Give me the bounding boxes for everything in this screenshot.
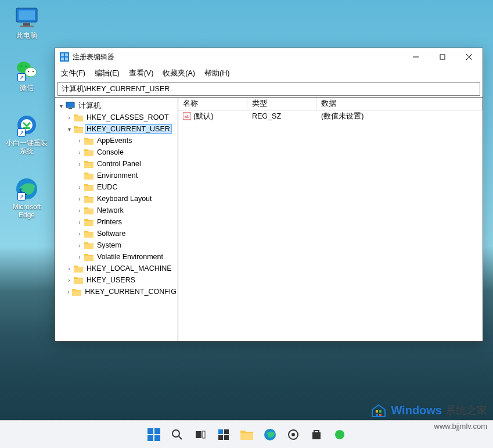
col-name[interactable]: 名称 [178,98,247,110]
tree-node-hkey_classes_root[interactable]: ›HKEY_CLASSES_ROOT [57,112,178,123]
tree-node-console[interactable]: ›Console [57,146,178,158]
tree-twisty-icon[interactable]: › [66,266,73,272]
file-explorer-button[interactable] [235,423,258,446]
list-header: 名称 类型 数据 [178,98,483,110]
svg-rect-31 [84,186,93,191]
desktop-icon-label: 微信 [20,84,34,92]
tree-node-label: HKEY_LOCAL_MACHINE [85,264,173,273]
taskbar[interactable] [0,420,493,448]
tree-node-environment[interactable]: Environment [57,170,178,181]
menu-edit[interactable]: 编辑(E) [95,69,120,78]
titlebar[interactable]: 注册表编辑器 [55,48,483,66]
tree-node-software[interactable]: ›Software [57,228,178,239]
desktop-icon-this-pc[interactable]: 此电脑 [5,6,49,40]
desktop-icon-label: 小白一键重装系统 [5,139,49,156]
widgets-button[interactable] [212,423,235,446]
desktop-icon-edge[interactable]: ↗Microsoft Edge [5,177,49,220]
value-list[interactable]: 名称 类型 数据 ab(默认)REG_SZ(数值未设置) [178,98,483,341]
tree-twisty-icon[interactable]: › [76,254,83,260]
task-view-button[interactable] [189,423,212,446]
watermark-url: www.bjjmlv.com [434,422,488,431]
tree-node-label: Control Panel [96,160,142,168]
svg-rect-39 [74,279,83,284]
registry-tree[interactable]: ▾计算机›HKEY_CLASSES_ROOT▾HKEY_CURRENT_USER… [55,98,178,341]
svg-rect-49 [196,431,201,438]
wechat-taskbar-button[interactable] [328,423,351,446]
tree-root-computer[interactable]: ▾计算机 [57,100,178,112]
tree-node-label: Environment [96,171,139,180]
col-type[interactable]: 类型 [247,98,316,110]
tree-twisty-icon[interactable]: › [66,289,71,295]
tree-twisty-icon[interactable]: ▾ [57,103,64,109]
svg-rect-59 [312,432,321,439]
tree-twisty-icon[interactable]: › [76,231,83,237]
desktop-icon-xiaobai[interactable]: ↗小白一键重装系统 [5,113,49,156]
svg-rect-53 [218,435,223,440]
tree-node-appevents[interactable]: ›AppEvents [57,135,178,146]
svg-rect-27 [84,139,93,145]
tree-node-system[interactable]: ›System [57,239,178,251]
tree-node-label: HKEY_USERS [85,276,136,284]
svg-rect-54 [224,435,229,440]
menu-favorites[interactable]: 收藏夹(A) [163,69,195,78]
svg-rect-16 [65,53,68,56]
tree-twisty-icon[interactable]: › [76,138,83,144]
tree-twisty-icon[interactable]: › [76,242,83,249]
menu-view[interactable]: 查看(V) [129,69,154,78]
tree-twisty-icon[interactable]: › [76,184,83,191]
edge-taskbar-button[interactable] [258,423,282,446]
edge-icon: ↗ [14,177,39,200]
tree-twisty-icon[interactable]: › [66,114,73,121]
tree-node-hkey_current_user[interactable]: ▾HKEY_CURRENT_USER [57,123,178,135]
svg-rect-62 [379,410,382,413]
this-pc-icon [14,6,39,29]
tree-node-volatile-environment[interactable]: ›Volatile Environment [57,251,178,263]
store-button[interactable] [305,423,328,446]
tree-twisty-icon[interactable]: › [76,196,83,202]
svg-rect-55 [240,433,253,440]
wechat-icon: ↗ [14,58,39,81]
tree-node-label: System [96,241,123,249]
svg-rect-2 [23,23,30,26]
search-button[interactable] [165,423,189,446]
tree-twisty-icon[interactable]: › [76,207,83,214]
svg-rect-45 [147,435,153,441]
tree-node-label: EUDC [96,183,118,191]
svg-rect-52 [224,429,229,434]
tree-node-eudc[interactable]: ›EUDC [57,181,178,193]
tree-node-keyboard-layout[interactable]: ›Keyboard Layout [57,193,178,205]
start-button[interactable] [142,423,165,446]
tree-node-printers[interactable]: ›Printers [57,216,178,228]
tree-node-hkey_current_config[interactable]: ›HKEY_CURRENT_CONFIG [57,286,178,298]
menu-help[interactable]: 帮助(H) [204,69,229,78]
tree-node-hkey_users[interactable]: ›HKEY_USERS [57,274,178,286]
menu-file[interactable]: 文件(F) [61,69,85,78]
desktop-icon-wechat[interactable]: ↗微信 [5,58,49,92]
svg-rect-18 [65,58,68,60]
list-row[interactable]: ab(默认)REG_SZ(数值未设置) [178,110,483,122]
settings-taskbar-button[interactable] [282,423,305,446]
col-data[interactable]: 数据 [316,98,483,110]
tree-twisty-icon[interactable]: ▾ [66,126,73,132]
maximize-button[interactable] [429,48,456,66]
tree-node-label: Software [96,230,127,238]
svg-point-8 [28,71,30,73]
svg-rect-46 [154,435,160,441]
minimize-button[interactable] [402,48,429,66]
tree-node-hkey_local_machine[interactable]: ›HKEY_LOCAL_MACHINE [57,263,178,274]
tree-twisty-icon[interactable]: › [66,277,73,284]
tree-node-network[interactable]: ›Network [57,205,178,216]
svg-rect-29 [84,163,93,168]
tree-twisty-icon[interactable]: › [76,149,83,156]
address-bar[interactable]: 计算机\HKEY_CURRENT_USER [57,82,480,96]
tree-twisty-icon[interactable]: › [76,161,83,167]
close-button[interactable] [456,48,483,66]
regedit-window[interactable]: 注册表编辑器 文件(F) 编辑(E) 查看(V) 收藏夹(A) 帮助(H) 计算… [55,48,483,342]
tree-node-control-panel[interactable]: ›Control Panel [57,158,178,170]
svg-rect-24 [69,108,72,109]
tree-twisty-icon[interactable]: › [76,219,83,225]
svg-rect-63 [376,414,378,416]
svg-rect-1 [19,10,35,20]
svg-rect-26 [74,128,83,133]
address-text: 计算机\HKEY_CURRENT_USER [62,84,170,94]
